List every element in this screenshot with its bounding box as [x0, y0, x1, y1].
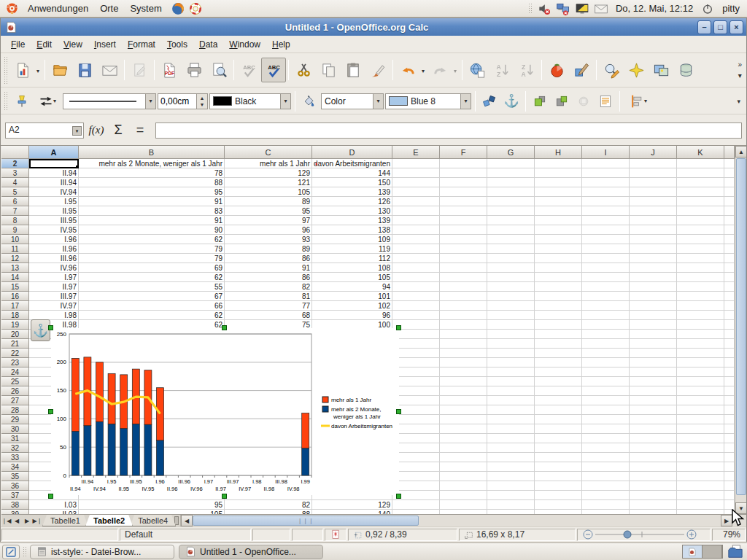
cell-B8[interactable]: 91 — [79, 216, 225, 225]
cell-D13[interactable]: 108 — [312, 263, 392, 273]
cell-K11[interactable] — [677, 244, 724, 254]
cell-J32[interactable] — [630, 443, 677, 453]
cell-H7[interactable] — [535, 206, 582, 216]
row-header-37[interactable]: 37 — [1, 491, 29, 500]
cell-H32[interactable] — [535, 443, 582, 453]
tab-split-handle[interactable] — [174, 516, 179, 525]
cell-pad20[interactable] — [724, 330, 735, 339]
chevron-down-icon[interactable]: ▾ — [145, 94, 155, 109]
cell-H18[interactable] — [535, 311, 582, 320]
cell-I23[interactable] — [582, 358, 630, 368]
cell-I38[interactable] — [582, 500, 630, 510]
cell-G39[interactable] — [487, 510, 535, 514]
cell-pad28[interactable] — [724, 405, 735, 415]
cell-G21[interactable] — [487, 339, 535, 349]
cell-K24[interactable] — [677, 368, 724, 377]
network-offline-icon[interactable] — [556, 1, 570, 16]
sort-descending-button[interactable]: ZA — [514, 58, 539, 82]
row-header-28[interactable]: 28 — [1, 405, 29, 415]
cell-pad22[interactable] — [724, 349, 735, 358]
export-pdf-button[interactable]: PDF — [157, 58, 182, 82]
last-sheet-button[interactable]: ▶❘ — [32, 515, 42, 526]
row-header-39[interactable]: 39 — [1, 510, 29, 514]
cell-F16[interactable] — [440, 292, 487, 301]
cell-F30[interactable] — [440, 424, 487, 434]
cell-K23[interactable] — [677, 358, 724, 368]
cell-A12[interactable]: III.96 — [29, 254, 79, 263]
send-to-back-icon[interactable] — [551, 92, 572, 111]
cell-H36[interactable] — [535, 481, 582, 491]
formula-button[interactable]: = — [131, 122, 150, 139]
cell-H33[interactable] — [535, 453, 582, 462]
cell-H12[interactable] — [535, 254, 582, 263]
insert-mode-field[interactable] — [325, 529, 347, 541]
cell-F3[interactable] — [440, 168, 487, 178]
cell-C12[interactable]: 86 — [225, 254, 312, 263]
row-header-11[interactable]: 11 — [1, 244, 29, 254]
cell-C2[interactable]: mehr als 1 Jahr — [225, 159, 312, 168]
chevron-down-icon[interactable]: ▾ — [280, 94, 290, 109]
row-header-19[interactable]: 19 — [1, 320, 29, 330]
volume-muted-icon[interactable] — [537, 1, 551, 16]
menu-format[interactable]: Format — [122, 37, 161, 52]
cell-C3[interactable]: 129 — [225, 168, 312, 178]
cell-H24[interactable] — [535, 368, 582, 377]
to-background-icon[interactable] — [595, 92, 616, 111]
cell-F5[interactable] — [440, 187, 487, 197]
to-foreground-icon[interactable] — [573, 92, 594, 111]
cell-B17[interactable]: 66 — [79, 301, 225, 311]
cell-A4[interactable]: III.94 — [29, 178, 79, 187]
cell-D12[interactable]: 112 — [312, 254, 392, 263]
column-header-J[interactable]: J — [630, 146, 677, 159]
close-button[interactable]: × — [729, 20, 743, 34]
column-header-A[interactable]: A — [29, 146, 79, 159]
cell-H3[interactable] — [535, 168, 582, 178]
selection-handle[interactable] — [48, 494, 53, 499]
cell-H22[interactable] — [535, 349, 582, 358]
cell-D9[interactable]: 138 — [312, 225, 392, 235]
menu-insert[interactable]: Insert — [88, 37, 122, 52]
cell-pad32[interactable] — [724, 443, 735, 453]
cell-C16[interactable]: 81 — [225, 292, 312, 301]
cell-J3[interactable] — [630, 168, 677, 178]
cell-I11[interactable] — [582, 244, 630, 254]
cell-J31[interactable] — [630, 434, 677, 443]
cell-I5[interactable] — [582, 187, 630, 197]
cell-I18[interactable] — [582, 311, 630, 320]
cell-G32[interactable] — [487, 443, 535, 453]
menu-file[interactable]: File — [5, 37, 31, 52]
cell-I36[interactable] — [582, 481, 630, 491]
cell-pad17[interactable] — [724, 301, 735, 311]
cell-pad13[interactable] — [724, 263, 735, 273]
open-button[interactable] — [47, 58, 72, 82]
cell-G20[interactable] — [487, 330, 535, 339]
cell-J19[interactable] — [630, 320, 677, 330]
panel-clock[interactable]: Do, 12. Mai, 12:12 — [613, 3, 696, 14]
cell-G18[interactable] — [487, 311, 535, 320]
cell-A14[interactable]: I.97 — [29, 273, 79, 282]
sheet-tab-tabelle4[interactable]: Tabelle4 — [130, 515, 176, 526]
column-header-E[interactable]: E — [392, 146, 440, 159]
name-box[interactable]: A2 ▾ — [5, 122, 84, 139]
row-header-25[interactable]: 25 — [1, 377, 29, 386]
cell-E5[interactable] — [392, 187, 440, 197]
row-header-35[interactable]: 35 — [1, 472, 29, 481]
cell-I20[interactable] — [582, 330, 630, 339]
email-button[interactable] — [97, 58, 122, 82]
cell-K15[interactable] — [677, 282, 724, 292]
cell-A10[interactable]: I.96 — [29, 235, 79, 244]
cell-I31[interactable] — [582, 434, 630, 443]
chevron-down-icon[interactable]: ▾ — [422, 68, 425, 74]
cell-D17[interactable]: 102 — [312, 301, 392, 311]
cell-K32[interactable] — [677, 443, 724, 453]
cell-J2[interactable] — [630, 159, 677, 168]
line-color-select[interactable]: Black ▾ — [209, 93, 291, 109]
cell-E18[interactable] — [392, 311, 440, 320]
cell-A16[interactable]: III.97 — [29, 292, 79, 301]
cell-B2[interactable]: mehr als 2 Monate, weniger als 1 Jahr — [79, 159, 225, 168]
anchor-icon[interactable]: ⚓ — [501, 92, 522, 111]
cell-E12[interactable] — [392, 254, 440, 263]
cell-G22[interactable] — [487, 349, 535, 358]
cell-pad33[interactable] — [724, 453, 735, 462]
cell-G29[interactable] — [487, 415, 535, 424]
